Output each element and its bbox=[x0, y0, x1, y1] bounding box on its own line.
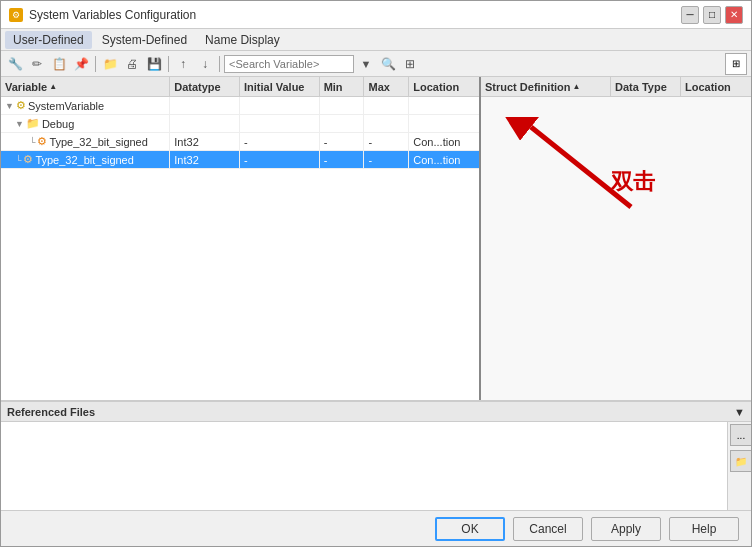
col-header-min[interactable]: Min bbox=[320, 77, 365, 96]
var-icon: ⚙ bbox=[23, 153, 33, 166]
var-icon: ⚙ bbox=[37, 135, 47, 148]
toolbar-sep-3 bbox=[219, 56, 220, 72]
main-content: Variable ▲ Datatype Initial Value Min Ma… bbox=[1, 77, 751, 510]
cell-max: - bbox=[364, 151, 409, 168]
col-header-datatype[interactable]: Datatype bbox=[170, 77, 240, 96]
folder-icon: 📁 bbox=[26, 117, 40, 130]
referenced-title: Referenced Files bbox=[7, 406, 95, 418]
col-header-datatype2[interactable]: Data Type bbox=[611, 77, 681, 96]
cancel-button[interactable]: Cancel bbox=[513, 517, 583, 541]
col-header-initial[interactable]: Initial Value bbox=[240, 77, 320, 96]
cell-initial bbox=[240, 115, 320, 132]
right-table-header: Struct Definition ▲ Data Type Location bbox=[481, 77, 751, 97]
cell-min: - bbox=[320, 151, 365, 168]
apply-button[interactable]: Apply bbox=[591, 517, 661, 541]
cell-datatype bbox=[170, 97, 240, 114]
menu-user-defined[interactable]: User-Defined bbox=[5, 31, 92, 49]
cell-datatype: Int32 bbox=[170, 133, 240, 150]
ref-btn-folder[interactable]: 📁 bbox=[730, 450, 751, 472]
cell-variable: ▼ 📁 Debug bbox=[1, 115, 170, 132]
title-bar: ⚙ System Variables Configuration ─ □ ✕ bbox=[1, 1, 751, 29]
menu-name-display[interactable]: Name Display bbox=[197, 31, 288, 49]
toolbar-filter-btn[interactable]: ⊞ bbox=[400, 54, 420, 74]
sort-indicator-struct: ▲ bbox=[573, 82, 581, 91]
cell-min: - bbox=[320, 133, 365, 150]
toolbar-btn-down[interactable]: ↓ bbox=[195, 54, 215, 74]
toolbar-btn-up[interactable]: ↑ bbox=[173, 54, 193, 74]
cell-location bbox=[409, 115, 479, 132]
left-table-header: Variable ▲ Datatype Initial Value Min Ma… bbox=[1, 77, 479, 97]
cell-max bbox=[364, 97, 409, 114]
right-table-body: 双击 bbox=[481, 97, 751, 400]
left-table-body: ▼ ⚙ SystemVariable ▼ bbox=[1, 97, 479, 400]
col-header-location2[interactable]: Location bbox=[681, 77, 751, 96]
grid-icon: ⊞ bbox=[732, 58, 740, 69]
cell-location: Con...tion bbox=[409, 151, 479, 168]
toolbar-btn-1[interactable]: 🔧 bbox=[5, 54, 25, 74]
cell-variable: ▼ ⚙ SystemVariable bbox=[1, 97, 170, 114]
cell-initial: - bbox=[240, 151, 320, 168]
left-panel: Variable ▲ Datatype Initial Value Min Ma… bbox=[1, 77, 481, 400]
col-header-max[interactable]: Max bbox=[364, 77, 409, 96]
menu-system-defined[interactable]: System-Defined bbox=[94, 31, 195, 49]
cell-min bbox=[320, 115, 365, 132]
grid-icon-button[interactable]: ⊞ bbox=[725, 53, 747, 75]
table-row-selected[interactable]: └ ⚙ Type_32_bit_signed Int32 - - bbox=[1, 151, 479, 169]
menu-bar: User-Defined System-Defined Name Display bbox=[1, 29, 751, 51]
leaf-icon: └ bbox=[15, 155, 21, 165]
title-bar-left: ⚙ System Variables Configuration bbox=[9, 8, 196, 22]
toolbar-sep-1 bbox=[95, 56, 96, 72]
right-panel-body-wrapper: 双击 bbox=[481, 97, 751, 400]
close-button[interactable]: ✕ bbox=[725, 6, 743, 24]
search-input[interactable] bbox=[224, 55, 354, 73]
footer: OK Cancel Apply Help bbox=[1, 510, 751, 546]
table-row[interactable]: ▼ ⚙ SystemVariable bbox=[1, 97, 479, 115]
toolbar-btn-3[interactable]: 📋 bbox=[49, 54, 69, 74]
referenced-section: Referenced Files ▼ ... 📁 bbox=[1, 400, 751, 510]
arrow-annotation bbox=[501, 117, 701, 217]
cell-variable: └ ⚙ Type_32_bit_signed bbox=[1, 151, 170, 168]
sort-indicator-variable: ▲ bbox=[49, 82, 57, 91]
leaf-icon: └ bbox=[29, 137, 35, 147]
help-button[interactable]: Help bbox=[669, 517, 739, 541]
maximize-button[interactable]: □ bbox=[703, 6, 721, 24]
ref-side-buttons: ... 📁 bbox=[727, 422, 751, 510]
referenced-collapse-icon[interactable]: ▼ bbox=[734, 406, 745, 418]
minimize-button[interactable]: ─ bbox=[681, 6, 699, 24]
cell-location: Con...tion bbox=[409, 133, 479, 150]
cell-variable: └ ⚙ Type_32_bit_signed bbox=[1, 133, 170, 150]
toolbar-sep-2 bbox=[168, 56, 169, 72]
content-area: Variable ▲ Datatype Initial Value Min Ma… bbox=[1, 77, 751, 400]
main-window: ⚙ System Variables Configuration ─ □ ✕ U… bbox=[0, 0, 752, 547]
ok-button[interactable]: OK bbox=[435, 517, 505, 541]
double-click-annotation: 双击 bbox=[611, 167, 655, 197]
cell-min bbox=[320, 97, 365, 114]
table-row[interactable]: └ ⚙ Type_32_bit_signed Int32 - - bbox=[1, 133, 479, 151]
toolbar-btn-5[interactable]: 📁 bbox=[100, 54, 120, 74]
expand-icon: ▼ bbox=[5, 101, 14, 111]
title-bar-controls: ─ □ ✕ bbox=[681, 6, 743, 24]
toolbar-dropdown-btn[interactable]: ▼ bbox=[356, 54, 376, 74]
window-icon: ⚙ bbox=[9, 8, 23, 22]
col-header-struct[interactable]: Struct Definition ▲ bbox=[481, 77, 611, 96]
folder-icon: ⚙ bbox=[16, 99, 26, 112]
cell-initial bbox=[240, 97, 320, 114]
cell-initial: - bbox=[240, 133, 320, 150]
expand-icon: ▼ bbox=[15, 119, 24, 129]
table-row[interactable]: ▼ 📁 Debug bbox=[1, 115, 479, 133]
ref-btn-dots[interactable]: ... bbox=[730, 424, 751, 446]
referenced-header: Referenced Files ▼ bbox=[1, 402, 751, 422]
window-title: System Variables Configuration bbox=[29, 8, 196, 22]
cell-datatype bbox=[170, 115, 240, 132]
toolbar-btn-4[interactable]: 📌 bbox=[71, 54, 91, 74]
col-header-location[interactable]: Location bbox=[409, 77, 479, 96]
toolbar-btn-7[interactable]: 💾 bbox=[144, 54, 164, 74]
referenced-body: ... 📁 bbox=[1, 422, 751, 510]
toolbar-btn-6[interactable]: 🖨 bbox=[122, 54, 142, 74]
col-header-variable[interactable]: Variable ▲ bbox=[1, 77, 170, 96]
cell-datatype: Int32 bbox=[170, 151, 240, 168]
cell-location bbox=[409, 97, 479, 114]
toolbar-search-btn[interactable]: 🔍 bbox=[378, 54, 398, 74]
toolbar-btn-2[interactable]: ✏ bbox=[27, 54, 47, 74]
toolbar: 🔧 ✏ 📋 📌 📁 🖨 💾 ↑ ↓ ▼ 🔍 ⊞ ⊞ bbox=[1, 51, 751, 77]
